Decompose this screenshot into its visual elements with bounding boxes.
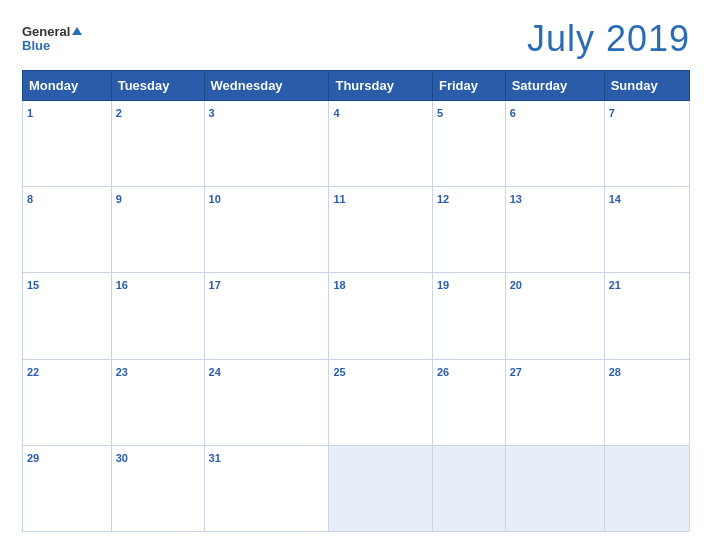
date-number: 15 bbox=[27, 279, 39, 291]
date-number: 13 bbox=[510, 193, 522, 205]
calendar-cell: 25 bbox=[329, 359, 433, 445]
page: General Blue July 2019 Monday Tuesday We… bbox=[0, 0, 712, 550]
calendar-cell bbox=[604, 445, 689, 531]
calendar-cell: 13 bbox=[505, 187, 604, 273]
calendar-cell: 3 bbox=[204, 101, 329, 187]
calendar-cell: 24 bbox=[204, 359, 329, 445]
date-number: 2 bbox=[116, 107, 122, 119]
date-number: 30 bbox=[116, 452, 128, 464]
calendar-cell: 29 bbox=[23, 445, 112, 531]
calendar-cell: 8 bbox=[23, 187, 112, 273]
date-number: 9 bbox=[116, 193, 122, 205]
col-tuesday: Tuesday bbox=[111, 71, 204, 101]
week-row-3: 15161718192021 bbox=[23, 273, 690, 359]
month-title: July 2019 bbox=[527, 18, 690, 60]
calendar-cell bbox=[432, 445, 505, 531]
logo: General Blue bbox=[22, 25, 82, 54]
calendar-cell: 10 bbox=[204, 187, 329, 273]
col-wednesday: Wednesday bbox=[204, 71, 329, 101]
calendar-cell: 21 bbox=[604, 273, 689, 359]
logo-general: General bbox=[22, 25, 70, 39]
calendar-cell: 9 bbox=[111, 187, 204, 273]
calendar-cell: 7 bbox=[604, 101, 689, 187]
calendar-cell: 27 bbox=[505, 359, 604, 445]
date-number: 11 bbox=[333, 193, 345, 205]
calendar-table: Monday Tuesday Wednesday Thursday Friday… bbox=[22, 70, 690, 532]
calendar-cell: 17 bbox=[204, 273, 329, 359]
date-number: 19 bbox=[437, 279, 449, 291]
calendar-cell: 26 bbox=[432, 359, 505, 445]
date-number: 21 bbox=[609, 279, 621, 291]
date-number: 16 bbox=[116, 279, 128, 291]
calendar-cell: 4 bbox=[329, 101, 433, 187]
col-thursday: Thursday bbox=[329, 71, 433, 101]
date-number: 10 bbox=[209, 193, 221, 205]
date-number: 1 bbox=[27, 107, 33, 119]
col-sunday: Sunday bbox=[604, 71, 689, 101]
calendar-cell bbox=[329, 445, 433, 531]
date-number: 4 bbox=[333, 107, 339, 119]
week-row-5: 293031 bbox=[23, 445, 690, 531]
calendar-cell: 19 bbox=[432, 273, 505, 359]
col-monday: Monday bbox=[23, 71, 112, 101]
calendar-cell: 30 bbox=[111, 445, 204, 531]
logo-triangle-icon bbox=[72, 27, 82, 35]
date-number: 25 bbox=[333, 366, 345, 378]
calendar-cell: 23 bbox=[111, 359, 204, 445]
calendar-cell: 12 bbox=[432, 187, 505, 273]
calendar-cell: 28 bbox=[604, 359, 689, 445]
calendar-cell: 31 bbox=[204, 445, 329, 531]
calendar-header-row: Monday Tuesday Wednesday Thursday Friday… bbox=[23, 71, 690, 101]
date-number: 24 bbox=[209, 366, 221, 378]
col-saturday: Saturday bbox=[505, 71, 604, 101]
header: General Blue July 2019 bbox=[22, 18, 690, 60]
week-row-2: 891011121314 bbox=[23, 187, 690, 273]
calendar-cell: 1 bbox=[23, 101, 112, 187]
col-friday: Friday bbox=[432, 71, 505, 101]
date-number: 12 bbox=[437, 193, 449, 205]
calendar-cell: 14 bbox=[604, 187, 689, 273]
logo-blue: Blue bbox=[22, 39, 50, 53]
date-number: 28 bbox=[609, 366, 621, 378]
date-number: 20 bbox=[510, 279, 522, 291]
week-row-4: 22232425262728 bbox=[23, 359, 690, 445]
date-number: 22 bbox=[27, 366, 39, 378]
date-number: 7 bbox=[609, 107, 615, 119]
date-number: 5 bbox=[437, 107, 443, 119]
calendar-cell: 20 bbox=[505, 273, 604, 359]
week-row-1: 1234567 bbox=[23, 101, 690, 187]
calendar-cell bbox=[505, 445, 604, 531]
date-number: 6 bbox=[510, 107, 516, 119]
calendar-cell: 16 bbox=[111, 273, 204, 359]
calendar-cell: 15 bbox=[23, 273, 112, 359]
calendar-cell: 18 bbox=[329, 273, 433, 359]
date-number: 26 bbox=[437, 366, 449, 378]
date-number: 29 bbox=[27, 452, 39, 464]
date-number: 18 bbox=[333, 279, 345, 291]
date-number: 31 bbox=[209, 452, 221, 464]
calendar-cell: 22 bbox=[23, 359, 112, 445]
calendar-cell: 11 bbox=[329, 187, 433, 273]
date-number: 3 bbox=[209, 107, 215, 119]
calendar-cell: 5 bbox=[432, 101, 505, 187]
date-number: 14 bbox=[609, 193, 621, 205]
date-number: 23 bbox=[116, 366, 128, 378]
date-number: 8 bbox=[27, 193, 33, 205]
calendar-cell: 2 bbox=[111, 101, 204, 187]
date-number: 17 bbox=[209, 279, 221, 291]
calendar-cell: 6 bbox=[505, 101, 604, 187]
date-number: 27 bbox=[510, 366, 522, 378]
